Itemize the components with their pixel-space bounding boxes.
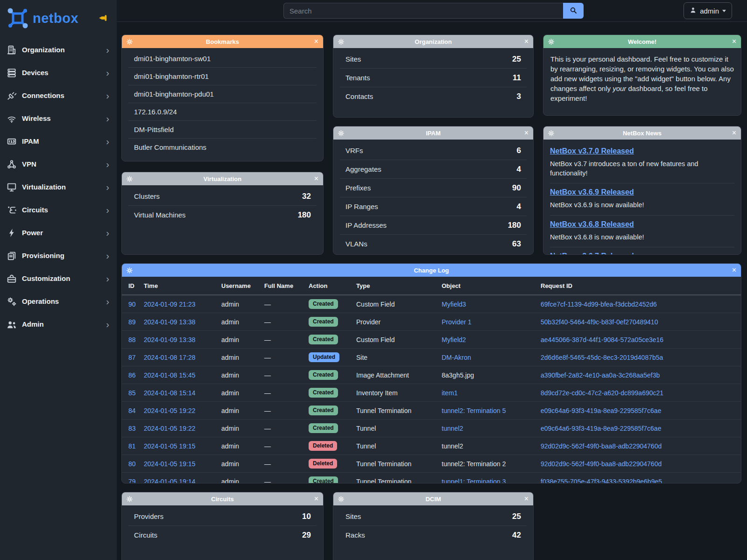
gear-icon[interactable] <box>127 39 133 45</box>
request-id-link[interactable]: a390fbef-2a82-4e10-aa0a-3c268aa5ef3b <box>541 371 660 379</box>
news-link[interactable]: NetBox v3.6.8 Released <box>550 220 634 228</box>
close-icon[interactable]: × <box>732 129 736 137</box>
sidebar-item-virtualization[interactable]: Virtualization › <box>0 175 117 198</box>
change-time-link[interactable]: 2024-01-09 13:38 <box>144 336 196 343</box>
user-menu-button[interactable]: admin <box>684 2 732 19</box>
stat-label: VLANs <box>345 240 367 248</box>
close-icon[interactable]: × <box>524 129 529 137</box>
request-id-link[interactable]: f038e755-705e-47f3-9433-5392b9e6b9e5 <box>541 478 662 484</box>
change-object-link[interactable]: item1 <box>442 389 458 397</box>
change-object-link[interactable]: Provider 1 <box>442 318 472 326</box>
change-id-link[interactable]: 79 <box>128 478 136 484</box>
search-input[interactable] <box>283 3 563 19</box>
change-time-link[interactable]: 2024-01-05 19:14 <box>144 478 196 484</box>
close-icon[interactable]: × <box>732 38 736 45</box>
news-link[interactable]: NetBox v3.6.7 Released <box>550 252 634 255</box>
change-object-link[interactable]: Myfield2 <box>442 336 466 343</box>
change-id-link[interactable]: 84 <box>128 407 136 414</box>
gear-icon[interactable] <box>338 130 344 136</box>
change-object-link[interactable]: Myfield3 <box>442 301 466 308</box>
toolbox-icon <box>7 273 17 284</box>
sidebar-item-circuits[interactable]: Circuits › <box>0 198 117 221</box>
sidebar-item-operations[interactable]: Operations › <box>0 290 117 313</box>
pin-sidebar-icon[interactable] <box>98 12 108 22</box>
search-button[interactable] <box>563 3 584 19</box>
change-time-link[interactable]: 2024-01-05 19:22 <box>144 407 196 414</box>
bookmark-item[interactable]: DM-Pittsfield <box>128 121 317 139</box>
close-icon[interactable]: × <box>314 495 318 503</box>
gear-icon[interactable] <box>127 496 133 502</box>
request-id-link[interactable]: 50b32f40-5464-4f9c-b83f-0ef270489410 <box>541 318 658 326</box>
bookmark-item[interactable]: Butler Communications <box>128 139 317 156</box>
stat-label: VRFs <box>345 147 363 154</box>
news-link[interactable]: NetBox v3.7.0 Released <box>550 147 634 155</box>
change-time-link[interactable]: 2024-01-05 19:15 <box>144 442 196 450</box>
change-id-link[interactable]: 81 <box>128 442 136 450</box>
sidebar-item-vpn[interactable]: VPN › <box>0 153 117 175</box>
change-time-link[interactable]: 2024-01-05 19:22 <box>144 425 196 432</box>
sidebar-item-ipam[interactable]: IPAM › <box>0 130 117 153</box>
change-id-link[interactable]: 90 <box>128 301 136 308</box>
change-id-link[interactable]: 89 <box>128 318 136 326</box>
close-icon[interactable]: × <box>524 495 529 503</box>
sidebar-item-wireless[interactable]: Wireless › <box>0 107 117 130</box>
request-id-link[interactable]: 92d02d9c-562f-49f0-baa8-adb22904760d <box>541 442 662 450</box>
change-time-link[interactable]: 2024-01-08 17:28 <box>144 354 196 361</box>
change-object-link[interactable]: DM-Akron <box>442 354 471 361</box>
sidebar-item-organization[interactable]: Organization › <box>0 38 117 61</box>
sidebar-item-power[interactable]: Power › <box>0 221 117 244</box>
request-id-link[interactable]: 2d6d6e8f-5465-45dc-8ec3-2019d4087b5a <box>541 354 663 361</box>
change-id-link[interactable]: 83 <box>128 425 136 432</box>
change-id-link[interactable]: 86 <box>128 371 136 379</box>
close-icon[interactable]: × <box>314 38 318 45</box>
stat-row: Prefixes 90 <box>340 179 527 197</box>
request-id-link[interactable]: e09c64a6-93f3-419a-8ea9-229585f7c6ae <box>541 407 661 414</box>
changelog-row: 902024-01-09 21:23admin—CreatedCustom Fi… <box>122 295 741 313</box>
gear-icon[interactable] <box>338 496 344 502</box>
bookmark-item[interactable]: dmi01-binghamton-pdu01 <box>128 85 317 103</box>
sidebar-item-devices[interactable]: Devices › <box>0 61 117 84</box>
gears-icon <box>7 296 17 307</box>
gear-icon[interactable] <box>338 39 344 45</box>
news-description: NetBox v3.7 introduces a ton of new feat… <box>550 160 734 178</box>
request-id-link[interactable]: 69fce7cf-1139-4d99-bfea-f3dcbd2452d6 <box>541 301 657 308</box>
stat-label: Racks <box>345 531 365 539</box>
gear-icon[interactable] <box>548 130 554 136</box>
change-time-link[interactable]: 2024-01-05 19:15 <box>144 460 196 468</box>
change-object-link[interactable]: tunnel2 <box>442 425 463 432</box>
stat-row: Sites 25 <box>340 507 527 526</box>
change-object-link[interactable]: tunnel2: Termination 5 <box>442 407 506 414</box>
bookmark-item[interactable]: 172.16.0.9/24 <box>128 103 317 121</box>
change-time-link[interactable]: 2024-01-09 13:38 <box>144 318 196 326</box>
sidebar-item-connections[interactable]: Connections › <box>0 84 117 107</box>
close-icon[interactable]: × <box>314 175 318 182</box>
request-id-link[interactable]: 92d02d9c-562f-49f0-baa8-adb22904760d <box>541 460 662 468</box>
news-link[interactable]: NetBox v3.6.9 Released <box>550 188 634 196</box>
sidebar-item-customization[interactable]: Customization › <box>0 267 117 290</box>
request-id-link[interactable]: 8d9cd72e-cd0c-47c2-a620-dc899a690c21 <box>541 389 663 397</box>
change-time-link[interactable]: 2024-01-08 15:45 <box>144 371 196 379</box>
gear-icon[interactable] <box>127 176 133 182</box>
gear-icon[interactable] <box>127 267 133 273</box>
change-time-link[interactable]: 2024-01-08 15:14 <box>144 389 196 397</box>
close-icon[interactable]: × <box>732 266 736 274</box>
gear-icon[interactable] <box>548 39 554 45</box>
change-id-link[interactable]: 80 <box>128 460 136 468</box>
changelog-row: 862024-01-08 15:45admin—CreatedImage Att… <box>122 366 741 384</box>
change-time-link[interactable]: 2024-01-09 21:23 <box>144 301 196 308</box>
changelog-row: 882024-01-09 13:38admin—CreatedCustom Fi… <box>122 331 741 349</box>
change-id-link[interactable]: 88 <box>128 336 136 343</box>
change-type: Tunnel <box>356 425 376 432</box>
request-id-link[interactable]: e09c64a6-93f3-419a-8ea9-229585f7c6ae <box>541 425 661 432</box>
request-id-link[interactable]: ae445066-387d-44f1-9084-572a05ce3e16 <box>541 336 663 343</box>
bookmark-item[interactable]: dmi01-binghamton-rtr01 <box>128 68 317 85</box>
change-id-link[interactable]: 87 <box>128 354 136 361</box>
sidebar-item-admin[interactable]: Admin › <box>0 313 117 336</box>
brand[interactable]: netbox <box>0 0 117 36</box>
change-object-link[interactable]: tunnel1: Termination 3 <box>442 478 506 484</box>
action-badge: Deleted <box>309 441 337 451</box>
close-icon[interactable]: × <box>524 38 529 45</box>
sidebar-item-provisioning[interactable]: Provisioning › <box>0 244 117 267</box>
change-id-link[interactable]: 85 <box>128 389 136 397</box>
bookmark-item[interactable]: dmi01-binghamton-sw01 <box>128 50 317 68</box>
